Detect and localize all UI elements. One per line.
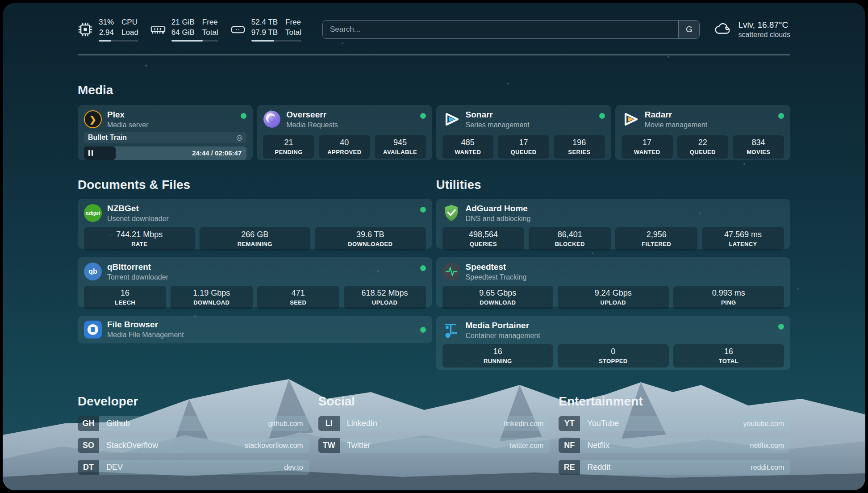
disk-usage-bar xyxy=(251,40,301,42)
bookmark-name: Twitter xyxy=(340,441,371,450)
playback-time: 24:44 / 02:06:47 xyxy=(192,149,246,157)
utilities-column: Utilities AdGuard xyxy=(436,160,791,370)
memory-ram-icon xyxy=(150,22,166,37)
service-card-adguard[interactable]: AdGuard Home DNS and adblocking 498,564Q… xyxy=(436,199,791,249)
topbar-divider xyxy=(78,54,790,55)
bookmark-url: dev.to xyxy=(284,464,309,472)
service-desc: Media Requests xyxy=(286,121,338,129)
service-desc: Container management xyxy=(466,332,540,340)
service-desc: Movie management xyxy=(645,121,708,129)
service-desc: Media File Management xyxy=(107,331,184,339)
speedtest-icon xyxy=(442,263,460,280)
service-name: Media Portainer xyxy=(466,321,540,330)
stat-tile: 21PENDING xyxy=(263,135,314,159)
cpu-widget: 31% 2.94 CPU Load xyxy=(78,17,138,42)
bookmark-heading: Entertainment xyxy=(559,394,790,409)
service-desc: Series management xyxy=(466,121,530,129)
stat-tile: 9.24 GbpsUPLOAD xyxy=(558,286,669,309)
service-card-qbittorrent[interactable]: qb qBittorrent Torrent downloader 16LEEC… xyxy=(78,257,432,307)
bookmark-url: youtube.com xyxy=(743,420,790,428)
bookmark-abbr: SO xyxy=(78,438,99,453)
service-name: Sonarr xyxy=(466,110,530,120)
bookmark-group-entertainment: Entertainment YT YouTube youtube.com NF … xyxy=(559,394,790,482)
status-dot xyxy=(420,113,426,119)
playback-progress-bar[interactable]: 24:44 / 02:06:47 xyxy=(84,146,246,160)
search-provider-button[interactable]: G xyxy=(678,21,699,38)
portainer-icon xyxy=(442,321,460,339)
service-desc: Usenet downloader xyxy=(107,215,169,223)
bookmark-heading: Social xyxy=(318,394,550,409)
stat-tile: 47.569 msLATENCY xyxy=(702,227,784,251)
service-desc: Speedtest Tracking xyxy=(466,273,527,281)
bookmark-url: twitter.com xyxy=(509,442,550,450)
service-card-portainer[interactable]: Media Portainer Container management 16R… xyxy=(436,316,791,370)
service-card-overseerr[interactable]: Overseerr Media Requests 21PENDING 40APP… xyxy=(257,105,432,160)
bookmark-link-youtube[interactable]: YT YouTube youtube.com xyxy=(559,416,790,431)
bookmark-link-linkedin[interactable]: LI LinkedIn linkedin.com xyxy=(318,416,550,431)
stat-tile: 0.993 msPING xyxy=(673,286,785,309)
snow-specks xyxy=(3,3,4,4)
disk-total: 97.9 TB xyxy=(251,28,278,37)
now-playing-title: Bullet Train xyxy=(88,134,127,142)
service-card-speedtest[interactable]: Speedtest Speedtest Tracking 9.65 GbpsDO… xyxy=(436,257,791,307)
session-icon[interactable]: ◎ xyxy=(236,134,242,141)
bookmark-abbr: RE xyxy=(559,460,580,475)
service-name: File Browser xyxy=(107,320,184,330)
stat-tile: 9.65 GbpsDOWNLOAD xyxy=(442,286,554,309)
plex-icon: ❯ xyxy=(84,110,102,128)
service-card-radarr[interactable]: Radarr Movie management 17WANTED 22QUEUE… xyxy=(615,105,790,160)
service-card-plex[interactable]: ❯ Plex Media server Bullet Train ◎ 24:44… xyxy=(78,105,253,160)
stat-tile: 1.19 GbpsDOWNLOAD xyxy=(171,286,253,309)
service-name: Plex xyxy=(107,110,148,120)
cloud-icon xyxy=(713,21,732,38)
search-input[interactable] xyxy=(323,21,679,38)
bookmark-link-reddit[interactable]: RE Reddit reddit.com xyxy=(559,460,790,475)
documents-column: Documents & Files nzbget NZBGet Usenet d… xyxy=(78,160,432,343)
stat-tile: 16RUNNING xyxy=(442,344,554,368)
pause-icon[interactable] xyxy=(88,150,93,156)
disk-label-1: Free xyxy=(285,18,301,26)
bookmarks-zone: Developer GH Github github.com SO StackO… xyxy=(78,394,790,482)
bookmark-link-dev[interactable]: DT DEV dev.to xyxy=(78,460,309,475)
stat-tile: 0STOPPED xyxy=(558,344,669,368)
sonarr-icon xyxy=(442,110,460,128)
bookmark-abbr: NF xyxy=(559,438,580,453)
bookmark-link-netflix[interactable]: NF Netflix netflix.com xyxy=(559,438,790,453)
service-card-filebrowser[interactable]: File Browser Media File Management xyxy=(78,316,432,343)
stat-tile: 16LEECH xyxy=(84,286,166,309)
nzbget-icon: nzbget xyxy=(84,204,102,222)
stat-tile: 266 GBREMAINING xyxy=(200,227,311,251)
bookmark-abbr: YT xyxy=(559,416,580,431)
cpu-load: 2.94 xyxy=(99,28,114,37)
service-name: Overseerr xyxy=(286,110,338,120)
service-desc: Torrent downloader xyxy=(107,273,168,281)
top-bar: 31% 2.94 CPU Load xyxy=(78,3,790,43)
stat-tile: 744.21 MbpsRATE xyxy=(84,227,195,251)
bookmark-name: Github xyxy=(99,419,130,428)
bookmark-link-github[interactable]: GH Github github.com xyxy=(78,416,309,431)
stat-tile: 39.6 TBDOWNLOADED xyxy=(315,227,426,251)
stat-tile: 945AVAILABLE xyxy=(375,135,426,159)
status-dot xyxy=(420,265,426,271)
section-heading-media: Media xyxy=(78,83,790,97)
bookmark-group-social: Social LI LinkedIn linkedin.com TW Twitt… xyxy=(318,394,550,482)
adguard-icon xyxy=(442,204,460,222)
bookmark-abbr: TW xyxy=(318,438,340,453)
weather-location-temp: Lviv, 16.87°C xyxy=(738,20,790,30)
bookmark-link-twitter[interactable]: TW Twitter twitter.com xyxy=(318,438,550,453)
bookmark-link-stackoverflow[interactable]: SO StackOverflow stackoverflow.com xyxy=(78,438,309,453)
service-name: NZBGet xyxy=(107,204,169,213)
media-card-row: ❯ Plex Media server Bullet Train ◎ 24:44… xyxy=(78,105,790,160)
two-column-zone: Documents & Files nzbget NZBGet Usenet d… xyxy=(78,160,790,370)
service-card-nzbget[interactable]: nzbget NZBGet Usenet downloader 744.21 M… xyxy=(78,199,432,249)
service-name: qBittorrent xyxy=(107,263,168,272)
stat-tile: 22QUEUED xyxy=(677,135,729,159)
bookmark-url: stackoverflow.com xyxy=(245,442,309,450)
radarr-icon xyxy=(622,110,639,128)
weather-condition: scattered clouds xyxy=(738,31,790,39)
now-playing-row: Bullet Train ◎ xyxy=(84,132,246,143)
service-card-sonarr[interactable]: Sonarr Series management 485WANTED 17QUE… xyxy=(436,105,611,160)
memory-label-2: Total xyxy=(202,28,218,37)
status-dot xyxy=(778,324,784,330)
stat-tile: 485WANTED xyxy=(442,135,494,159)
